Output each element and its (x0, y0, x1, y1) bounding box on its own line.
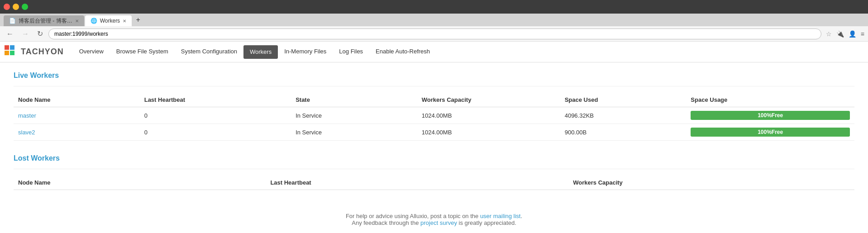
tab-favicon: 📄 (9, 18, 16, 24)
th-node-name: Node Name (14, 93, 140, 107)
th-space-used: Space Used (560, 93, 687, 107)
nav-browse-file-system[interactable]: Browse File System (110, 42, 175, 62)
nav-overview[interactable]: Overview (73, 42, 110, 62)
window-maximize-btn[interactable] (22, 4, 28, 10)
live-workers-tbody: master 0 In Service 1024.00MB 4096.32KB … (14, 107, 854, 141)
live-workers-thead: Node Name Last Heartbeat State Workers C… (14, 93, 854, 107)
logo-icon (5, 45, 18, 59)
window-close-btn[interactable] (4, 4, 10, 10)
live-worker-row-0: master 0 In Service 1024.00MB 4096.32KB … (14, 107, 854, 124)
app-logo[interactable]: TACHYON (5, 45, 64, 59)
footer-text-after: is greatly appreciated. (457, 219, 516, 226)
footer-line1: For help or advice using Alluxio, post a… (23, 213, 845, 219)
lost-workers-thead: Node Name Last Heartbeat Workers Capacit… (14, 176, 854, 190)
live-workers-title: Live Workers (14, 71, 854, 80)
cell-state-1: In Service (291, 124, 417, 141)
cell-spaceused-1: 900.00B (560, 124, 687, 141)
nav-in-memory-files[interactable]: In-Memory Files (278, 42, 333, 62)
lost-workers-section: Lost Workers Node Name Last Heartbeat Wo… (14, 154, 854, 190)
th-workers-capacity: Workers Capacity (417, 93, 560, 107)
tab-bar: 📄 博客后台管理 - 博客… ✕ 🌐 Workers ✕ + (0, 14, 868, 26)
cell-spaceusage-0: 100%Free (686, 107, 854, 124)
live-worker-row-1: slave2 0 In Service 1024.00MB 900.00B 10… (14, 124, 854, 141)
node-link-1[interactable]: slave2 (18, 129, 35, 136)
th-lost-node-name: Node Name (14, 176, 266, 190)
logo-text: TACHYON (21, 47, 64, 57)
tab-favicon-workers: 🌐 (91, 18, 97, 24)
new-tab-button[interactable]: + (133, 14, 143, 25)
live-workers-header-row: Node Name Last Heartbeat State Workers C… (14, 93, 854, 107)
tab-workers[interactable]: 🌐 Workers ✕ (85, 15, 132, 26)
progress-bar-label-1: 100%Free (758, 129, 783, 135)
th-lost-workers-capacity: Workers Capacity (568, 176, 854, 190)
tab-blog[interactable]: 📄 博客后台管理 - 博客… ✕ (4, 15, 84, 26)
svg-rect-2 (5, 51, 9, 55)
progress-bar-0: 100%Free (691, 111, 850, 120)
footer: For help or advice using Alluxio, post a… (14, 204, 854, 233)
progress-bar-label-0: 100%Free (758, 112, 783, 119)
footer-line2: Any feedback through the project survey … (23, 219, 845, 226)
svg-rect-1 (10, 45, 14, 50)
browser-chrome (0, 0, 868, 14)
footer-project-survey-link[interactable]: project survey (420, 219, 457, 226)
cell-heartbeat-0: 0 (140, 107, 291, 124)
reload-button[interactable]: ↻ (34, 29, 46, 39)
lost-workers-header-row: Node Name Last Heartbeat Workers Capacit… (14, 176, 854, 190)
cell-node-name-0: master (14, 107, 140, 124)
lost-workers-title: Lost Workers (14, 154, 854, 162)
nav-enable-auto-refresh[interactable]: Enable Auto-Refresh (369, 42, 436, 62)
cell-heartbeat-1: 0 (140, 124, 291, 141)
th-state: State (291, 93, 417, 107)
forward-button[interactable]: → (19, 29, 32, 39)
footer-period: . (520, 213, 522, 219)
bookmark-icon[interactable]: ☆ (826, 30, 832, 38)
svg-rect-0 (5, 45, 9, 50)
footer-text-before: For help or advice using Alluxio, post a… (346, 213, 480, 219)
nav-system-configuration[interactable]: System Configuration (175, 42, 243, 62)
tab-label-workers: Workers (100, 18, 120, 24)
th-space-usage: Space Usage (686, 93, 854, 107)
cell-state-0: In Service (291, 107, 417, 124)
profile-icon: 👤 (849, 30, 856, 38)
cell-spaceusage-1: 100%Free (686, 124, 854, 141)
address-bar[interactable] (48, 29, 821, 39)
cell-capacity-0: 1024.00MB (417, 107, 560, 124)
footer-mailing-list-link[interactable]: user mailing list (480, 213, 521, 219)
lost-workers-table: Node Name Last Heartbeat Workers Capacit… (14, 176, 854, 190)
progress-bar-1: 100%Free (691, 128, 850, 137)
cell-capacity-1: 1024.00MB (417, 124, 560, 141)
tab-close-blog[interactable]: ✕ (75, 19, 79, 24)
nav-items: Overview Browse File System System Confi… (73, 42, 436, 62)
footer-text2-before: Any feedback through the (352, 219, 420, 226)
cell-spaceused-0: 4096.32KB (560, 107, 687, 124)
app-nav: TACHYON Overview Browse File System Syst… (0, 42, 868, 62)
nav-log-files[interactable]: Log Files (333, 42, 369, 62)
live-workers-table: Node Name Last Heartbeat State Workers C… (14, 93, 854, 141)
extension-icon: 🔌 (836, 30, 844, 38)
th-last-heartbeat: Last Heartbeat (140, 93, 291, 107)
tab-close-workers[interactable]: ✕ (123, 19, 126, 24)
svg-rect-3 (10, 51, 14, 55)
main-content: Live Workers Node Name Last Heartbeat St… (0, 62, 868, 233)
cell-node-name-1: slave2 (14, 124, 140, 141)
browser-controls: ← → ↻ ☆ 🔌 👤 ≡ (0, 26, 868, 42)
th-lost-last-heartbeat: Last Heartbeat (266, 176, 568, 190)
back-button[interactable]: ← (4, 29, 16, 39)
tab-label: 博客后台管理 - 博客… (19, 17, 72, 25)
live-workers-divider (14, 86, 854, 86)
browser-menu-icon[interactable]: ≡ (861, 30, 864, 38)
window-minimize-btn[interactable] (13, 4, 19, 10)
live-workers-section: Live Workers Node Name Last Heartbeat St… (14, 71, 854, 141)
nav-workers[interactable]: Workers (243, 45, 278, 59)
node-link-0[interactable]: master (18, 112, 36, 119)
lost-workers-divider (14, 169, 854, 169)
